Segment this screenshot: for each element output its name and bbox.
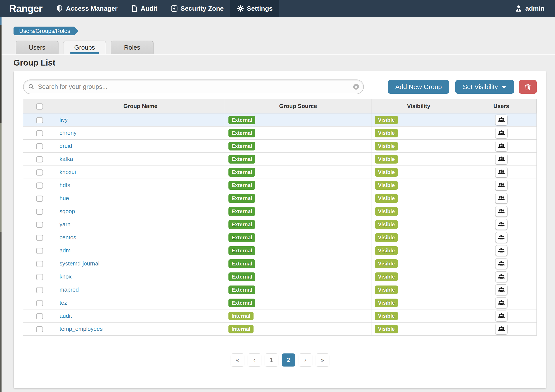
group-users-button[interactable]: [495, 114, 507, 125]
search-input[interactable]: [23, 79, 364, 94]
group-source-badge: External: [228, 181, 255, 190]
group-name-link[interactable]: temp_employees: [59, 326, 103, 332]
people-icon: [497, 234, 505, 241]
clear-search-icon[interactable]: [353, 83, 359, 90]
row-checkbox[interactable]: [36, 143, 43, 150]
groups-table: Group Name Group Source Visibility Users…: [23, 99, 537, 335]
pagination-page-1[interactable]: 1: [265, 353, 278, 367]
group-users-button[interactable]: [495, 193, 507, 204]
edge-segment: [0, 17, 1, 25]
group-source-badge: External: [228, 116, 255, 124]
group-name-link[interactable]: yarn: [59, 221, 71, 228]
nav-item-security-zone[interactable]: Security Zone: [164, 0, 230, 17]
group-users-button[interactable]: [495, 141, 507, 151]
row-checkbox[interactable]: [36, 117, 43, 123]
pagination-page-2[interactable]: 2: [282, 353, 295, 367]
table-row: druidExternalVisible: [23, 140, 537, 153]
tab-groups[interactable]: Groups: [63, 41, 106, 54]
delete-button[interactable]: [519, 80, 537, 94]
edge-segment: [0, 25, 1, 123]
user-menu[interactable]: admin: [515, 0, 545, 17]
group-name-link[interactable]: hue: [59, 195, 69, 201]
row-checkbox[interactable]: [36, 222, 43, 228]
people-icon: [497, 273, 505, 280]
group-users-button[interactable]: [495, 206, 507, 217]
row-checkbox[interactable]: [36, 156, 43, 163]
group-name-link[interactable]: livy: [59, 116, 68, 123]
group-name-link[interactable]: tez: [59, 299, 67, 306]
group-users-button[interactable]: [495, 298, 507, 308]
people-icon: [497, 194, 505, 202]
row-checkbox[interactable]: [36, 209, 43, 215]
group-name-link[interactable]: hdfs: [59, 182, 70, 188]
add-new-group-button[interactable]: Add New Group: [388, 80, 449, 94]
visibility-badge: Visible: [375, 129, 398, 137]
column-header-group-source: Group Source: [225, 99, 372, 114]
group-name-link[interactable]: audit: [59, 313, 72, 319]
row-checkbox[interactable]: [36, 169, 43, 176]
group-users-button[interactable]: [495, 311, 507, 321]
group-table-body: livyExternalVisiblechronyExternalVisible…: [23, 114, 537, 335]
group-name-link[interactable]: centos: [59, 234, 76, 241]
user-name: admin: [525, 5, 545, 12]
row-checkbox[interactable]: [36, 274, 43, 280]
group-name-link[interactable]: sqoop: [59, 208, 75, 214]
nav-item-label: Access Manager: [66, 5, 117, 12]
group-users-button[interactable]: [495, 180, 507, 191]
row-checkbox[interactable]: [36, 183, 43, 189]
group-name-link[interactable]: chrony: [59, 129, 77, 136]
row-checkbox[interactable]: [36, 235, 43, 241]
set-visibility-button[interactable]: Set Visibility: [455, 80, 514, 94]
column-header-users: Users: [466, 99, 537, 114]
table-row: mapredExternalVisible: [23, 283, 537, 296]
nav-item-access-manager[interactable]: Access Manager: [49, 0, 124, 17]
group-users-button[interactable]: [495, 258, 507, 269]
row-checkbox[interactable]: [36, 261, 43, 267]
app-logo[interactable]: Ranger: [9, 0, 42, 17]
group-name-link[interactable]: knox: [59, 273, 72, 280]
row-checkbox[interactable]: [36, 326, 43, 332]
row-checkbox[interactable]: [36, 300, 43, 306]
group-users-button[interactable]: [495, 128, 507, 138]
group-source-badge: External: [228, 246, 255, 255]
nav-item-audit[interactable]: Audit: [124, 0, 164, 17]
pagination-last[interactable]: »: [316, 353, 329, 367]
group-users-button[interactable]: [495, 285, 507, 295]
search-box: [23, 79, 364, 94]
breadcrumb[interactable]: Users/Groups/Roles: [14, 27, 74, 35]
search-icon: [28, 83, 35, 90]
group-name-link[interactable]: druid: [59, 143, 72, 149]
group-users-button[interactable]: [495, 219, 507, 230]
pagination-first[interactable]: «: [231, 353, 244, 367]
group-users-button[interactable]: [495, 232, 507, 243]
visibility-badge: Visible: [375, 272, 398, 281]
pagination-next[interactable]: ›: [299, 353, 312, 367]
group-users-button[interactable]: [495, 324, 507, 334]
people-icon: [497, 299, 505, 307]
tab-roles[interactable]: Roles: [111, 41, 153, 54]
table-row: systemd-journalExternalVisible: [23, 257, 537, 270]
row-checkbox[interactable]: [36, 248, 43, 254]
group-name-link[interactable]: kafka: [59, 156, 73, 162]
group-name-link[interactable]: knoxui: [59, 169, 76, 175]
row-checkbox[interactable]: [36, 130, 43, 136]
group-users-button[interactable]: [495, 245, 507, 256]
group-users-button[interactable]: [495, 167, 507, 178]
group-name-link[interactable]: mapred: [59, 286, 79, 293]
row-checkbox[interactable]: [36, 313, 43, 319]
visibility-badge: Visible: [375, 233, 398, 242]
visibility-badge: Visible: [375, 259, 398, 268]
nav-item-settings[interactable]: Settings: [230, 0, 279, 17]
group-source-badge: External: [228, 207, 255, 216]
group-name-link[interactable]: adm: [59, 247, 71, 254]
select-all-checkbox[interactable]: [36, 103, 43, 110]
tab-users[interactable]: Users: [16, 41, 58, 54]
row-checkbox[interactable]: [36, 287, 43, 293]
page-title: Group List: [14, 58, 555, 68]
group-users-button[interactable]: [495, 271, 507, 282]
pagination-prev[interactable]: ‹: [248, 353, 261, 367]
row-checkbox[interactable]: [36, 196, 43, 202]
shield-icon: [56, 5, 63, 12]
group-users-button[interactable]: [495, 154, 507, 164]
group-name-link[interactable]: systemd-journal: [59, 260, 100, 267]
